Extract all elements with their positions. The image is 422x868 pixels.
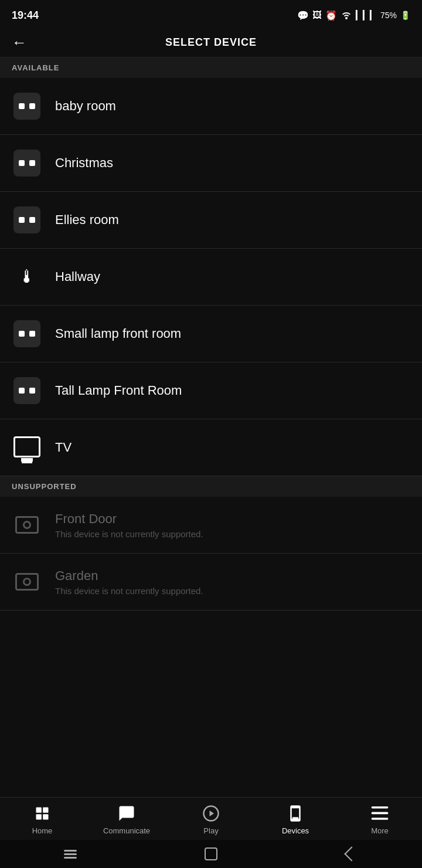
device-item-ellies-room[interactable]: Ellies room <box>0 192 422 249</box>
device-name-tall-lamp: Tall Lamp Front Room <box>55 383 182 398</box>
device-icon-hallway: 🌡 <box>12 262 42 292</box>
svg-rect-8 <box>372 818 389 820</box>
back-chevron-icon <box>344 846 359 861</box>
signal-icon: ▎▎▎ <box>356 10 377 21</box>
device-sub-front-door: This device is not currently supported. <box>55 529 203 539</box>
nav-item-communicate[interactable]: Communicate <box>84 803 169 835</box>
play-icon <box>201 803 221 823</box>
alarm-icon: ⏰ <box>325 10 337 21</box>
more-icon <box>370 803 390 823</box>
device-icon-garden <box>12 567 42 597</box>
nav-item-play[interactable]: Play <box>169 803 253 835</box>
nav-item-home[interactable]: Home <box>0 803 84 835</box>
device-item-baby-room[interactable]: baby room <box>0 78 422 135</box>
status-bar: 19:44 💬 🖼 ⏰ ▎▎▎ 75% 🔋 <box>0 0 422 28</box>
bottom-nav: Home Communicate Play Devices <box>0 797 422 840</box>
device-item-front-door: Front Door This device is not currently … <box>0 497 422 554</box>
wifi-icon <box>341 10 352 21</box>
device-name-hallway: Hallway <box>55 269 100 284</box>
header: ← SELECT DEVICE <box>0 28 422 57</box>
android-back-button[interactable] <box>334 842 369 866</box>
device-name-front-door: Front Door <box>55 511 203 527</box>
device-icon-ellies-room <box>12 205 42 235</box>
device-sub-garden: This device is not currently supported. <box>55 586 203 596</box>
svg-rect-1 <box>43 808 48 813</box>
nav-item-devices[interactable]: Devices <box>253 803 338 835</box>
nav-label-communicate: Communicate <box>103 826 150 835</box>
device-icon-christmas <box>12 148 42 178</box>
device-item-hallway[interactable]: 🌡 Hallway <box>0 249 422 306</box>
device-text-garden: Garden This device is not currently supp… <box>55 568 203 596</box>
unsupported-device-list: Front Door This device is not currently … <box>0 497 422 611</box>
whatsapp-icon: 💬 <box>297 10 309 21</box>
device-icon-front-door <box>12 510 42 540</box>
nav-label-play: Play <box>203 826 218 835</box>
svg-rect-6 <box>372 806 389 809</box>
devices-icon <box>285 803 305 823</box>
svg-marker-5 <box>210 811 215 816</box>
nav-item-more[interactable]: More <box>338 803 422 835</box>
device-name-christmas: Christmas <box>55 155 113 171</box>
svg-rect-0 <box>36 808 42 813</box>
available-section-label: AVAILABLE <box>0 57 422 78</box>
device-item-christmas[interactable]: Christmas <box>0 135 422 192</box>
nav-label-home: Home <box>32 826 53 835</box>
home-circle-icon <box>205 847 217 860</box>
device-icon-baby-room <box>12 91 42 121</box>
device-item-small-lamp[interactable]: Small lamp front room <box>0 306 422 362</box>
device-icon-tv <box>12 432 42 463</box>
page-title: SELECT DEVICE <box>165 36 257 49</box>
back-button[interactable]: ← <box>12 33 27 52</box>
device-item-tall-lamp[interactable]: Tall Lamp Front Room <box>0 362 422 419</box>
communicate-icon <box>117 803 137 823</box>
device-item-tv[interactable]: TV <box>0 419 422 476</box>
svg-rect-7 <box>372 812 389 815</box>
battery-text: 75% <box>380 11 397 20</box>
device-name-small-lamp: Small lamp front room <box>55 326 181 341</box>
device-name-tv: TV <box>55 440 72 455</box>
device-name-baby-room: baby room <box>55 99 116 114</box>
thermometer-icon: 🌡 <box>18 267 36 287</box>
nav-label-devices: Devices <box>282 826 309 835</box>
android-nav-bar <box>0 840 422 868</box>
device-icon-small-lamp <box>12 318 42 349</box>
photo-icon: 🖼 <box>312 10 322 21</box>
nav-label-more: More <box>371 826 389 835</box>
android-home-button[interactable] <box>193 842 229 866</box>
recents-icon <box>64 850 77 859</box>
android-recents-button[interactable] <box>53 842 88 866</box>
status-icons: 💬 🖼 ⏰ ▎▎▎ 75% 🔋 <box>297 10 410 21</box>
svg-rect-2 <box>36 814 42 819</box>
unsupported-section-label: UNSUPPORTED <box>0 476 422 497</box>
device-icon-tall-lamp <box>12 375 42 406</box>
device-name-ellies-room: Ellies room <box>55 212 119 228</box>
device-name-garden: Garden <box>55 568 203 584</box>
available-device-list: baby room Christmas Ellies room <box>0 78 422 476</box>
status-time: 19:44 <box>12 9 39 22</box>
battery-icon: 🔋 <box>400 11 410 20</box>
home-icon <box>32 803 52 823</box>
device-item-garden: Garden This device is not currently supp… <box>0 554 422 611</box>
device-text-front-door: Front Door This device is not currently … <box>55 511 203 539</box>
svg-rect-3 <box>43 814 48 819</box>
